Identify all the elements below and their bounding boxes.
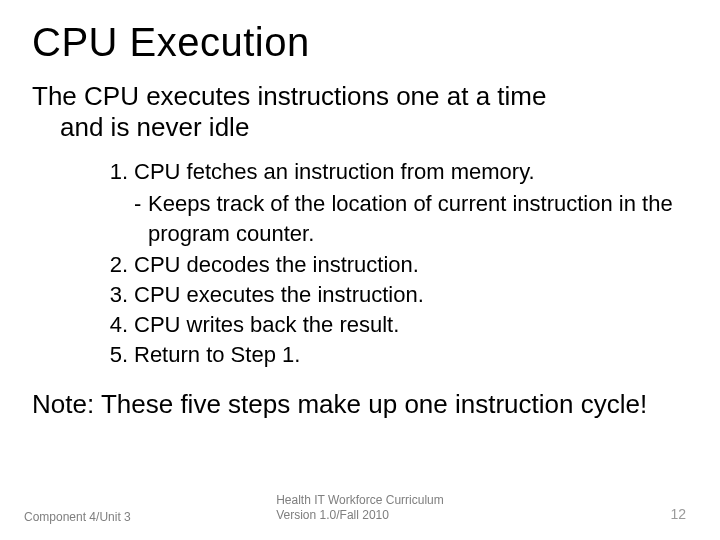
step-text: CPU decodes the instruction. xyxy=(134,250,688,280)
list-item: 3. CPU executes the instruction. xyxy=(102,280,688,310)
slide: CPU Execution The CPU executes instructi… xyxy=(0,0,720,540)
lead-text: The CPU executes instructions one at a t… xyxy=(32,81,688,143)
step-number: 1. xyxy=(102,157,128,187)
step-text: CPU writes back the result. xyxy=(134,310,688,340)
sub-list-item: - Keeps track of the location of current… xyxy=(102,189,688,248)
step-number: 2. xyxy=(102,250,128,280)
lead-line-2: and is never idle xyxy=(32,112,688,143)
step-text: Return to Step 1. xyxy=(134,340,688,370)
footer: Component 4/Unit 3 Health IT Workforce C… xyxy=(0,493,720,524)
slide-title: CPU Execution xyxy=(32,20,688,65)
sub-dash: - xyxy=(134,189,148,248)
page-number: 12 xyxy=(670,506,686,522)
step-text: CPU executes the instruction. xyxy=(134,280,688,310)
footer-center-line-1: Health IT Workforce Curriculum xyxy=(276,493,444,509)
footer-center: Health IT Workforce Curriculum Version 1… xyxy=(276,493,444,524)
sub-text: Keeps track of the location of current i… xyxy=(148,189,688,248)
lead-line-1: The CPU executes instructions one at a t… xyxy=(32,81,546,111)
note-text: Note: These five steps make up one instr… xyxy=(32,389,688,420)
footer-center-line-2: Version 1.0/Fall 2010 xyxy=(276,508,444,524)
step-text: CPU fetches an instruction from memory. xyxy=(134,157,688,187)
list-item: 4. CPU writes back the result. xyxy=(102,310,688,340)
list-item: 5. Return to Step 1. xyxy=(102,340,688,370)
footer-left: Component 4/Unit 3 xyxy=(24,510,131,524)
list-item: 1. CPU fetches an instruction from memor… xyxy=(102,157,688,187)
step-number: 5. xyxy=(102,340,128,370)
step-number: 4. xyxy=(102,310,128,340)
steps-list: 1. CPU fetches an instruction from memor… xyxy=(32,157,688,369)
step-number: 3. xyxy=(102,280,128,310)
list-item: 2. CPU decodes the instruction. xyxy=(102,250,688,280)
